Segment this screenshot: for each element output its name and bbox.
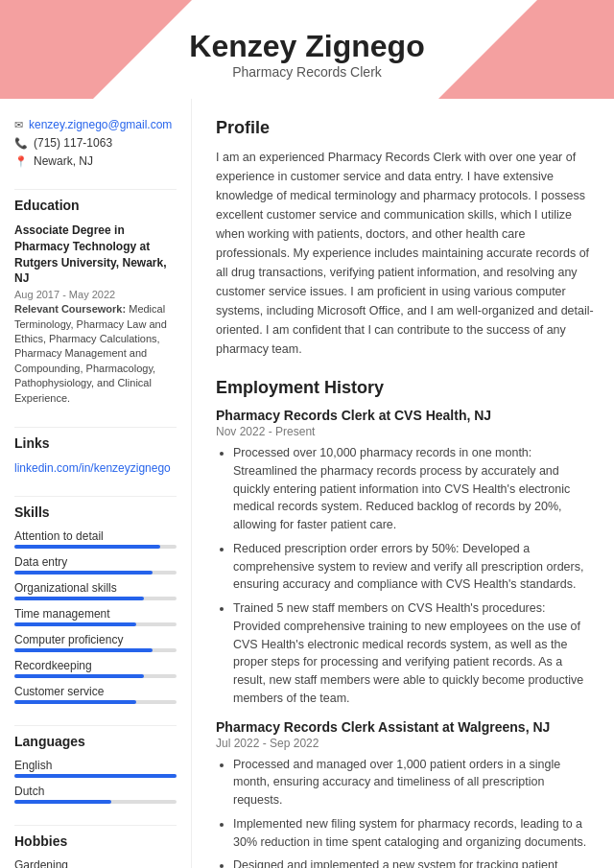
job-dates: Nov 2022 - Present: [216, 425, 595, 438]
layout: ✉ kenzey.zignego@gmail.com 📞 (715) 117-1…: [0, 99, 614, 868]
skill-bar-bg: [14, 674, 177, 678]
language-bar-fill: [14, 774, 177, 778]
language-bar-bg: [14, 774, 177, 778]
coursework-label: Relevant Coursework:: [14, 303, 126, 315]
skill-bar-fill: [14, 597, 144, 600]
job-dates: Jul 2022 - Sep 2022: [216, 737, 595, 750]
skill-name: Recordkeeping: [14, 659, 177, 672]
skill-item: Customer service: [14, 685, 177, 704]
links-title: Links: [14, 435, 177, 451]
skills-section: Skills Attention to detail Data entry Or…: [14, 504, 177, 704]
hobbies-title: Hobbies: [14, 833, 177, 849]
job-title: Pharmacy Records Clerk Assistant at Walg…: [216, 719, 595, 735]
hobbies-list: Gardening: [14, 858, 177, 868]
skill-name: Organizational skills: [14, 581, 177, 595]
phone-text: (715) 117-1063: [34, 136, 112, 150]
email-link[interactable]: kenzey.zignego@gmail.com: [29, 118, 172, 131]
contact-section: ✉ kenzey.zignego@gmail.com 📞 (715) 117-1…: [14, 118, 177, 168]
skills-title: Skills: [14, 504, 177, 520]
job-item: Pharmacy Records Clerk at CVS Health, NJ…: [216, 408, 595, 708]
skill-bar-fill: [14, 545, 160, 549]
skill-item: Attention to detail: [14, 529, 177, 549]
skill-item: Time management: [14, 607, 177, 626]
hobbies-section: Hobbies Gardening: [14, 833, 177, 868]
location-text: Newark, NJ: [34, 154, 93, 168]
linkedin-link[interactable]: linkedin.com/in/kenzeyzignego: [14, 461, 171, 475]
links-section: Links linkedin.com/in/kenzeyzignego: [14, 435, 177, 475]
skill-bar-bg: [14, 597, 177, 600]
skill-item: Recordkeeping: [14, 659, 177, 678]
skill-name: Customer service: [14, 685, 177, 698]
bullet-item: Processed and managed over 1,000 patient…: [233, 756, 595, 809]
skill-item: Computer proficiency: [14, 633, 177, 652]
employment-section: Employment History Pharmacy Records Cler…: [216, 378, 595, 868]
coursework-text: Medical Terminology, Pharmacy Law and Et…: [14, 303, 167, 403]
language-name: English: [14, 759, 177, 772]
skill-bar-fill: [14, 622, 136, 626]
candidate-name: Kenzey Zignego: [19, 29, 595, 64]
skill-name: Data entry: [14, 555, 177, 569]
languages-list: English Dutch: [14, 759, 177, 804]
employment-title: Employment History: [216, 378, 595, 398]
contact-location-item: 📍 Newark, NJ: [14, 154, 177, 168]
phone-icon: 📞: [14, 137, 28, 150]
education-degree: Associate Degree in Pharmacy Technology …: [14, 223, 177, 287]
language-item: Dutch: [14, 785, 177, 804]
skill-bar-bg: [14, 622, 177, 626]
profile-title: Profile: [216, 118, 595, 138]
skill-name: Attention to detail: [14, 529, 177, 543]
contact-email-item: ✉ kenzey.zignego@gmail.com: [14, 118, 177, 131]
profile-section: Profile I am an experienced Pharmacy Rec…: [216, 118, 595, 359]
education-coursework: Relevant Coursework: Medical Terminology…: [14, 302, 177, 406]
skill-bar-bg: [14, 648, 177, 652]
main-content: Profile I am an experienced Pharmacy Rec…: [192, 99, 614, 868]
bullet-item: Implemented new filing system for pharma…: [233, 815, 595, 852]
skill-bar-bg: [14, 545, 177, 549]
bullet-item: Reduced prescription order errors by 50%…: [233, 540, 595, 594]
job-item: Pharmacy Records Clerk Assistant at Walg…: [216, 719, 595, 869]
education-dates: Aug 2017 - May 2022: [14, 289, 177, 300]
language-bar-bg: [14, 800, 177, 804]
sidebar: ✉ kenzey.zignego@gmail.com 📞 (715) 117-1…: [0, 99, 192, 868]
skill-bar-fill: [14, 674, 144, 678]
hobby-item: Gardening: [14, 858, 177, 868]
links-list: linkedin.com/in/kenzeyzignego: [14, 460, 177, 475]
skill-bar-bg: [14, 571, 177, 575]
language-item: English: [14, 759, 177, 778]
skill-name: Computer proficiency: [14, 633, 177, 646]
language-bar-fill: [14, 800, 111, 804]
skill-bar-fill: [14, 648, 153, 652]
job-bullets: Processed and managed over 1,000 patient…: [216, 756, 595, 869]
skill-bar-fill: [14, 700, 136, 704]
bullet-item: Processed over 10,000 pharmacy records i…: [233, 444, 595, 534]
contact-phone-item: 📞 (715) 117-1063: [14, 136, 177, 150]
job-bullets: Processed over 10,000 pharmacy records i…: [216, 444, 595, 708]
education-title: Education: [14, 198, 177, 213]
candidate-subtitle: Pharmacy Records Clerk: [19, 64, 595, 80]
education-section: Education Associate Degree in Pharmacy T…: [14, 198, 177, 406]
profile-text: I am an experienced Pharmacy Records Cle…: [216, 148, 595, 359]
languages-title: Languages: [14, 734, 177, 749]
skills-list: Attention to detail Data entry Organizat…: [14, 529, 177, 704]
language-name: Dutch: [14, 785, 177, 798]
skill-bar-fill: [14, 571, 153, 575]
location-icon: 📍: [14, 155, 28, 168]
email-icon: ✉: [14, 119, 23, 131]
job-title: Pharmacy Records Clerk at CVS Health, NJ: [216, 408, 595, 423]
jobs-list: Pharmacy Records Clerk at CVS Health, NJ…: [216, 408, 595, 868]
languages-section: Languages English Dutch: [14, 734, 177, 804]
bullet-item: Designed and implemented a new system fo…: [233, 856, 595, 868]
skill-bar-bg: [14, 700, 177, 704]
skill-name: Time management: [14, 607, 177, 621]
bullet-item: Trained 5 new staff members on CVS Healt…: [233, 599, 595, 708]
skill-item: Organizational skills: [14, 581, 177, 600]
skill-item: Data entry: [14, 555, 177, 575]
header: Kenzey Zignego Pharmacy Records Clerk: [0, 0, 614, 99]
